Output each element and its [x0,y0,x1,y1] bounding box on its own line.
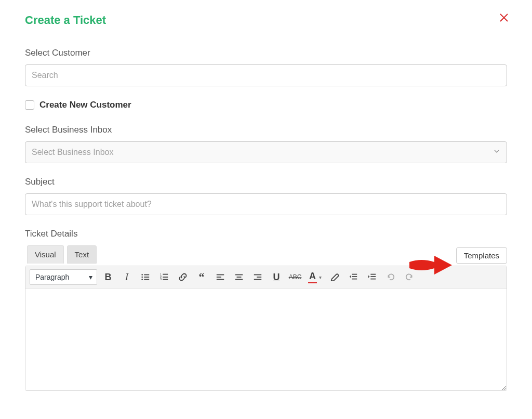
align-center-button[interactable] [231,269,247,285]
tab-text[interactable]: Text [67,245,97,264]
subject-input[interactable] [25,193,507,215]
inbox-label: Select Business Inbox [25,125,507,135]
svg-rect-15 [235,274,243,276]
chevron-down-icon: ▾ [319,274,322,280]
svg-rect-26 [370,279,376,280]
svg-rect-23 [352,279,357,280]
svg-point-4 [141,279,143,280]
inbox-select[interactable]: Select Business Inbox [25,141,507,163]
create-new-customer-label: Create New Customer [39,100,131,110]
ticket-details-editor[interactable] [25,289,507,390]
close-icon[interactable] [499,11,509,25]
svg-point-0 [141,274,143,276]
italic-button[interactable]: I [119,269,135,285]
inbox-select-placeholder: Select Business Inbox [32,148,113,157]
numbered-list-button[interactable]: 123 [156,269,172,285]
svg-rect-16 [237,277,242,278]
svg-rect-24 [370,274,376,275]
blockquote-button[interactable]: “ [194,269,209,285]
svg-rect-9 [163,277,168,278]
link-button[interactable] [175,269,191,285]
redo-button[interactable] [402,269,417,285]
underline-button[interactable]: U [269,269,284,285]
bold-button[interactable]: B [100,269,116,285]
create-new-customer-checkbox[interactable] [25,100,34,110]
align-right-button[interactable] [250,269,265,285]
strikethrough-button[interactable]: ABC [287,269,303,285]
text-color-button[interactable]: A ▾ [306,269,324,285]
align-left-button[interactable] [212,269,228,285]
details-label: Ticket Details [25,229,507,239]
editor-container: Paragraph ▾ B I 123 “ [25,266,507,391]
paragraph-format-select[interactable]: Paragraph ▾ [30,269,97,285]
editor-toolbar: Paragraph ▾ B I 123 “ [25,266,507,289]
svg-rect-21 [352,274,357,275]
svg-rect-17 [235,279,243,280]
svg-rect-1 [144,274,149,276]
svg-point-2 [141,277,143,278]
bulleted-list-button[interactable] [138,269,153,285]
chevron-down-icon [493,148,500,157]
svg-rect-20 [254,279,261,280]
subject-label: Subject [25,177,507,187]
customer-search-input[interactable] [25,64,507,86]
svg-text:3: 3 [160,278,162,281]
svg-rect-12 [217,274,224,276]
svg-rect-11 [163,279,168,280]
svg-rect-14 [217,279,224,280]
svg-rect-25 [370,276,376,277]
svg-rect-19 [257,277,261,278]
svg-rect-7 [163,274,168,275]
tab-visual[interactable]: Visual [27,245,64,264]
clear-formatting-button[interactable] [327,269,342,285]
svg-rect-3 [144,277,149,278]
svg-rect-5 [144,279,149,280]
indent-button[interactable] [364,269,380,285]
templates-button[interactable]: Templates [456,247,507,264]
caret-down-icon: ▾ [89,273,92,281]
svg-rect-13 [217,277,221,278]
svg-rect-22 [352,276,357,277]
customer-label: Select Customer [25,48,507,58]
modal-title: Create a Ticket [25,14,106,27]
undo-button[interactable] [383,269,398,285]
outdent-button[interactable] [345,269,361,285]
format-select-value: Paragraph [35,273,69,281]
svg-rect-18 [254,274,261,276]
